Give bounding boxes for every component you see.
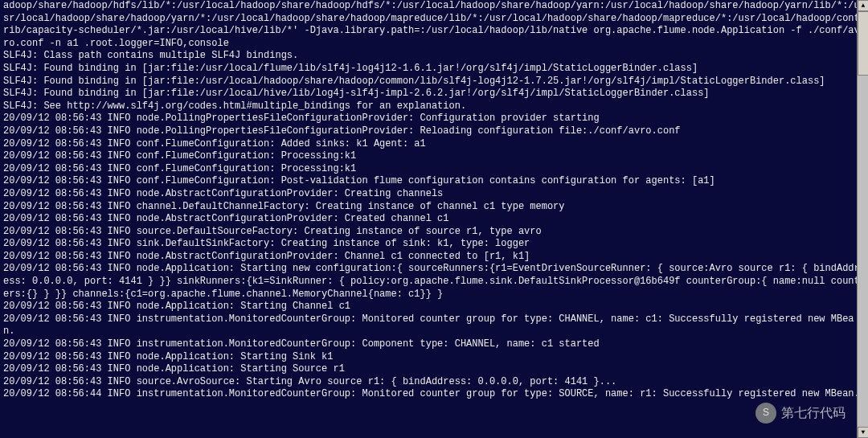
terminal-line: 20/09/12 08:56:43 INFO node.PollingPrope… <box>3 113 865 125</box>
terminal-line: 20/09/12 08:56:43 INFO node.Application:… <box>3 351 865 364</box>
terminal-line: adoop/share/hadoop/hdfs/lib/*:/usr/local… <box>3 0 865 50</box>
terminal-line: SLF4J: Found binding in [jar:file:/usr/l… <box>3 63 865 76</box>
terminal-line: 20/09/12 08:56:43 INFO node.AbstractConf… <box>3 213 865 226</box>
watermark: S 第七行代码 <box>755 403 845 424</box>
terminal-line: 20/09/12 08:56:43 INFO instrumentation.M… <box>3 338 865 351</box>
terminal-line: SLF4J: Class path contains multiple SLF4… <box>3 50 865 63</box>
terminal-output[interactable]: adoop/share/hadoop/hdfs/lib/*:/usr/local… <box>0 0 868 438</box>
terminal-line: 20/09/12 08:56:43 INFO sink.DefaultSinkF… <box>3 238 865 251</box>
terminal-line: 20/09/12 08:56:43 INFO node.Application:… <box>3 263 865 301</box>
terminal-line: 20/09/12 08:56:43 INFO conf.FlumeConfigu… <box>3 175 865 188</box>
terminal-line: 20/09/12 08:56:43 INFO channel.DefaultCh… <box>3 201 865 214</box>
terminal-line: SLF4J: See http://www.slf4j.org/codes.ht… <box>3 100 865 113</box>
wechat-icon: S <box>755 403 776 424</box>
watermark-badge-text: S <box>763 407 769 420</box>
terminal-line: SLF4J: Found binding in [jar:file:/usr/l… <box>3 88 865 100</box>
terminal-line: 20/09/12 08:56:43 INFO conf.FlumeConfigu… <box>3 138 865 151</box>
scroll-up-button[interactable]: ▲ <box>858 0 868 11</box>
terminal-line: 20/09/12 08:56:43 INFO source.DefaultSou… <box>3 226 865 239</box>
terminal-line: 20/09/12 08:56:43 INFO node.PollingPrope… <box>3 125 865 138</box>
terminal-line: 20/09/12 08:56:43 INFO node.Application:… <box>3 301 865 313</box>
terminal-line: 20/09/12 08:56:43 INFO node.Application:… <box>3 363 865 376</box>
terminal-line: 20/09/12 08:56:43 INFO node.AbstractConf… <box>3 188 865 201</box>
scrollbar-thumb[interactable] <box>858 11 868 76</box>
terminal-line: 20/09/12 08:56:43 INFO node.AbstractConf… <box>3 251 865 264</box>
terminal-line: 20/09/12 08:56:43 INFO source.AvroSource… <box>3 376 865 389</box>
terminal-line: 20/09/12 08:56:43 INFO conf.FlumeConfigu… <box>3 150 865 163</box>
terminal-line: 20/09/12 08:56:43 INFO conf.FlumeConfigu… <box>3 163 865 176</box>
vertical-scrollbar[interactable]: ▲ ▼ <box>857 0 868 438</box>
terminal-line: 20/09/12 08:56:44 INFO instrumentation.M… <box>3 388 865 401</box>
terminal-line: 20/09/12 08:56:43 INFO instrumentation.M… <box>3 313 865 338</box>
terminal-line: SLF4J: Found binding in [jar:file:/usr/l… <box>3 76 865 88</box>
scroll-down-button[interactable]: ▼ <box>858 427 868 438</box>
watermark-text: 第七行代码 <box>781 405 845 422</box>
